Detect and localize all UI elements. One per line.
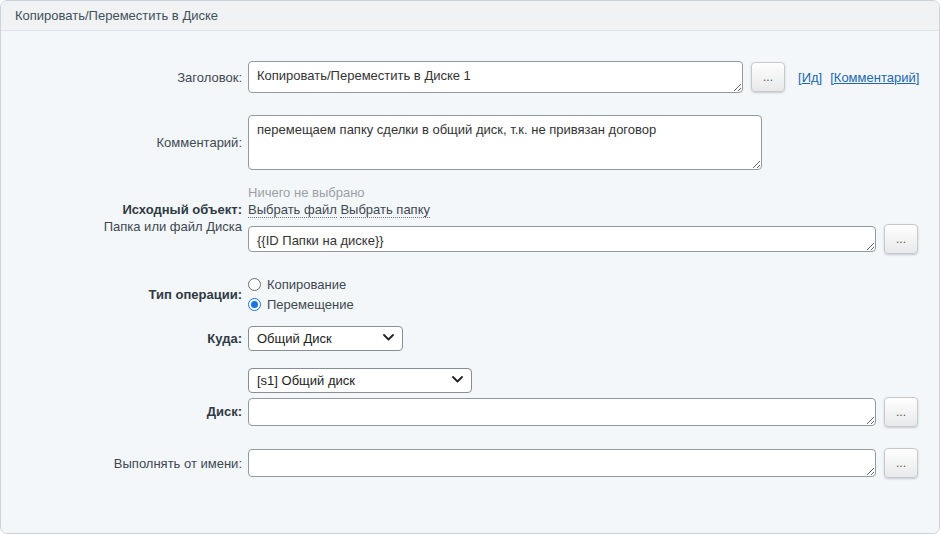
disk-row: Диск: [s1] Общий диск ...: [1, 368, 939, 427]
activity-settings-dialog: Копировать/Переместить в Диске Заголовок…: [0, 0, 940, 534]
radio-move-label: Перемещение: [267, 297, 354, 312]
source-object-input[interactable]: {{ID Папки на диске}}: [248, 226, 876, 252]
run-as-input[interactable]: [248, 449, 876, 477]
disk-select[interactable]: [s1] Общий диск: [248, 368, 472, 393]
source-object-sublabel: Папка или файл Диска: [1, 218, 242, 235]
dialog-header: Копировать/Переместить в Диске: [1, 1, 939, 31]
comment-row: Комментарий: перемещаем папку сделки в о…: [1, 115, 939, 170]
run-as-picker-button[interactable]: ...: [884, 448, 918, 478]
destination-row: Куда: Общий Диск: [1, 326, 939, 351]
choose-folder-link[interactable]: Выбрать папку: [340, 202, 430, 218]
comment-link-bracket-close: ]: [916, 70, 920, 85]
radio-option-copy[interactable]: Копирование: [248, 274, 354, 294]
operation-type-row: Тип операции: Копирование Перемещение: [1, 274, 939, 314]
source-object-row: Исходный объект: Папка или файл Диска Ни…: [1, 184, 939, 254]
source-object-fields: Ничего не выбрано Выбрать файл Выбрать п…: [248, 184, 918, 254]
radio-copy-icon[interactable]: [248, 278, 261, 291]
comment-label: Комментарий:: [1, 134, 248, 151]
disk-picker-button[interactable]: ...: [884, 397, 918, 427]
choose-file-link[interactable]: Выбрать файл: [248, 202, 337, 218]
title-input[interactable]: Копировать/Переместить в Диске 1: [248, 61, 743, 93]
operation-type-options: Копирование Перемещение: [248, 274, 354, 314]
comment-link[interactable]: Комментарий: [834, 70, 916, 85]
run-as-row: Выполнять от имени: ...: [1, 448, 939, 478]
title-picker-button[interactable]: ...: [751, 62, 785, 92]
id-link[interactable]: Ид: [802, 70, 819, 85]
comment-input[interactable]: перемещаем папку сделки в общий диск, т.…: [248, 115, 762, 170]
title-label: Заголовок:: [1, 69, 248, 86]
radio-move-icon[interactable]: [248, 298, 261, 311]
operation-type-label: Тип операции:: [1, 286, 248, 303]
destination-label: Куда:: [1, 330, 248, 347]
destination-select[interactable]: Общий Диск: [248, 326, 403, 351]
source-object-picker-button[interactable]: ...: [884, 224, 918, 254]
title-links: [Ид][Комментарий]: [798, 70, 919, 85]
disk-input[interactable]: [248, 398, 876, 426]
title-row: Заголовок: Копировать/Переместить в Диск…: [1, 61, 939, 93]
dialog-title: Копировать/Переместить в Диске: [15, 8, 218, 23]
disk-fields: [s1] Общий диск ...: [248, 368, 918, 427]
id-link-bracket-close: ]: [819, 70, 823, 85]
source-object-label: Исходный объект:: [1, 201, 242, 218]
run-as-label: Выполнять от имени:: [1, 455, 248, 472]
source-object-label-block: Исходный объект: Папка или файл Диска: [1, 184, 248, 254]
radio-option-move[interactable]: Перемещение: [248, 294, 354, 314]
choose-links: Выбрать файл Выбрать папку: [248, 201, 918, 219]
radio-copy-label: Копирование: [267, 277, 346, 292]
settings-form: Заголовок: Копировать/Переместить в Диск…: [1, 31, 939, 478]
nothing-selected-text: Ничего не выбрано: [248, 184, 918, 201]
disk-label: Диск:: [1, 368, 248, 427]
